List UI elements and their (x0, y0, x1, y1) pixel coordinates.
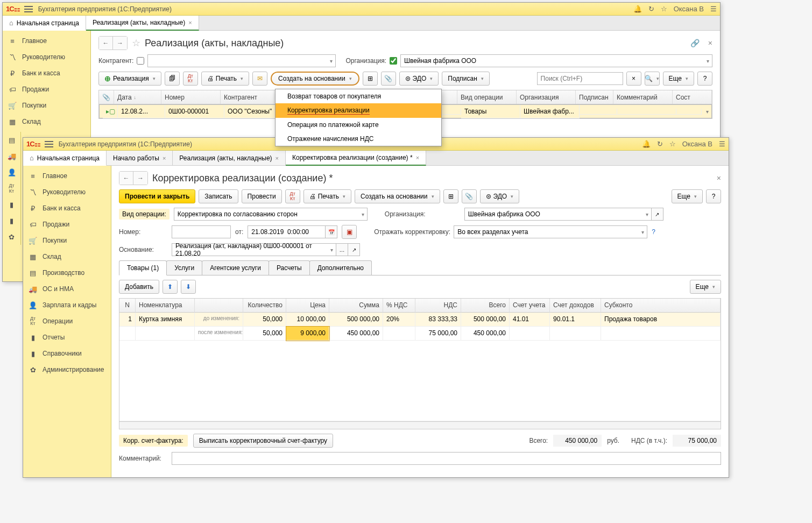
more-button[interactable]: Еще▾ (672, 189, 703, 203)
col-vat[interactable]: НДС (415, 299, 461, 313)
org-toggle[interactable] (390, 57, 397, 65)
subtab-goods[interactable]: Товары (1) (119, 260, 167, 275)
search-input[interactable] (537, 72, 623, 85)
close-page-icon[interactable]: × (717, 174, 721, 182)
help-link-icon[interactable]: ? (652, 228, 655, 236)
nav-collapsed-7[interactable]: ✿ (3, 229, 20, 245)
main-menu-icon[interactable] (24, 6, 33, 12)
attach-button[interactable]: 📎 (381, 72, 396, 86)
col-qty[interactable]: Количество (243, 299, 286, 313)
col-num[interactable]: Номер (161, 90, 221, 104)
expand-button[interactable]: ▣ (342, 225, 357, 239)
create-based-button[interactable]: Создать на основании▾ (355, 189, 440, 203)
nav-bank[interactable]: ₽Банк и касса (23, 200, 111, 216)
nav-purchases[interactable]: 🛒Покупки (3, 97, 90, 114)
col-attach[interactable]: 📎 (99, 90, 114, 104)
star-icon[interactable]: ☆ (669, 140, 676, 148)
num-input[interactable] (172, 225, 231, 238)
hierarchy-button[interactable]: ⊞ (443, 189, 458, 203)
copy-button[interactable]: 🗐 (165, 72, 180, 86)
item-row-after[interactable]: после изменения: 50,000 9 000,00 450 000… (119, 327, 721, 341)
nav-warehouse[interactable]: ▦Склад (23, 249, 111, 265)
dtkt-button[interactable]: ДтКт (285, 189, 300, 203)
edo-button[interactable]: ⊜ЭДО▾ (399, 72, 439, 86)
nav-manager[interactable]: 〽Руководителю (23, 184, 111, 200)
add-row-button[interactable]: Добавить (119, 280, 159, 294)
forward-button[interactable]: → (133, 172, 147, 185)
col-comment[interactable]: Комментарий (613, 90, 673, 104)
org-select[interactable]: Швейная фабрика ООО (400, 54, 712, 67)
close-page-icon[interactable]: × (708, 39, 712, 47)
nav-sales[interactable]: 🏷Продажи (23, 216, 111, 232)
subtab-settlements[interactable]: Расчеты (269, 260, 310, 275)
attach-button[interactable]: 📎 (462, 189, 477, 203)
nav-main[interactable]: ≡Главное (23, 168, 111, 184)
close-icon[interactable]: × (188, 19, 192, 26)
subtab-additional[interactable]: Дополнительно (309, 260, 372, 275)
col-n[interactable]: N (119, 299, 136, 313)
post-close-button[interactable]: Провести и закрыть (119, 189, 195, 203)
nav-purchases[interactable]: 🛒Покупки (23, 232, 111, 249)
subtab-agency[interactable]: Агентские услуги (202, 260, 269, 275)
col-vat-rate[interactable]: % НДС (383, 299, 415, 313)
realize-button[interactable]: ⊕Реализация▾ (98, 72, 161, 86)
col-total[interactable]: Всего (461, 299, 510, 313)
tab-home[interactable]: ⌂Начальная страница (23, 151, 107, 166)
close-icon[interactable]: × (416, 154, 419, 161)
mail-button[interactable]: ✉ (252, 72, 267, 86)
col-op[interactable]: Вид операции (457, 90, 517, 104)
more2-button[interactable]: Еще▾ (690, 280, 721, 294)
forward-button[interactable]: → (113, 37, 127, 50)
user-name[interactable]: Оксана В (674, 5, 704, 13)
dd-vat-reflection[interactable]: Отражение начисления НДС (276, 132, 441, 146)
move-down-button[interactable]: ⬇ (181, 280, 196, 294)
col-income-acc[interactable]: Счет доходов (550, 299, 601, 313)
tab-realizations[interactable]: Реализация (акты, накладные)× (86, 16, 199, 31)
col-state[interactable]: Сост (673, 90, 712, 104)
nav-salary[interactable]: 👤Зарплата и кадры (23, 297, 111, 313)
user-menu-icon[interactable]: ☰ (719, 140, 725, 148)
post-button[interactable]: Провести (242, 189, 282, 203)
more-button[interactable]: Еще▾ (663, 72, 694, 86)
basis-open-button[interactable]: ↗ (348, 243, 360, 256)
col-price[interactable]: Цена (286, 299, 329, 313)
basis-select[interactable]: Реализация (акт, накладная) 0Ш00-000001 … (172, 243, 336, 256)
nav-collapsed-6[interactable]: ▮ (3, 213, 20, 229)
print-button[interactable]: 🖨Печать▾ (201, 72, 249, 86)
help-button[interactable]: ? (697, 72, 712, 86)
dtkt-button[interactable]: ДтКт (183, 72, 198, 86)
col-date[interactable]: Дата↓ (114, 90, 161, 104)
clear-search-button[interactable]: × (626, 72, 641, 86)
basis-ellipsis-button[interactable]: … (336, 243, 348, 256)
h-scrollbar[interactable] (119, 421, 721, 429)
nav-collapsed-4[interactable]: ДтКт (3, 180, 20, 196)
tab-realizations[interactable]: Реализация (акты, накладные)× (173, 151, 286, 165)
tab-start[interactable]: Начало работы× (107, 151, 173, 165)
dd-correction-realization[interactable]: Корректировка реализации (276, 103, 441, 118)
history-icon[interactable]: ↻ (657, 140, 663, 148)
nav-catalogs[interactable]: ▮Справочники (23, 345, 111, 362)
back-button[interactable]: ← (119, 172, 133, 185)
bell-icon[interactable]: 🔔 (633, 5, 642, 13)
nav-main[interactable]: ≡Главное (3, 33, 90, 49)
bell-icon[interactable]: 🔔 (642, 140, 651, 148)
help-button[interactable]: ? (706, 189, 721, 203)
edo-button[interactable]: ⊜ЭДО▾ (480, 189, 520, 203)
save-button[interactable]: Записать (199, 189, 238, 203)
close-icon[interactable]: × (163, 155, 166, 161)
nav-bank[interactable]: ₽Банк и касса (3, 65, 90, 81)
col-signed[interactable]: Подписан (576, 90, 613, 104)
col-nomenclature[interactable]: Номенклатура (136, 299, 195, 313)
calendar-icon[interactable]: 📅 (326, 225, 337, 238)
org-open-button[interactable]: ↗ (652, 208, 663, 221)
col-counterparty[interactable]: Контрагент (221, 90, 274, 104)
nav-manager[interactable]: 〽Руководителю (3, 49, 90, 65)
nav-admin[interactable]: ✿Администрирование (23, 362, 111, 378)
counterparty-select[interactable] (147, 54, 336, 67)
comment-input[interactable] (172, 452, 721, 465)
search-button[interactable]: 🔍▾ (645, 72, 660, 86)
main-menu-icon[interactable] (45, 141, 53, 147)
print-button[interactable]: 🖨Печать▾ (303, 189, 351, 203)
tab-home[interactable]: ⌂Начальная страница (3, 16, 86, 31)
col-org[interactable]: Организация (517, 90, 576, 104)
